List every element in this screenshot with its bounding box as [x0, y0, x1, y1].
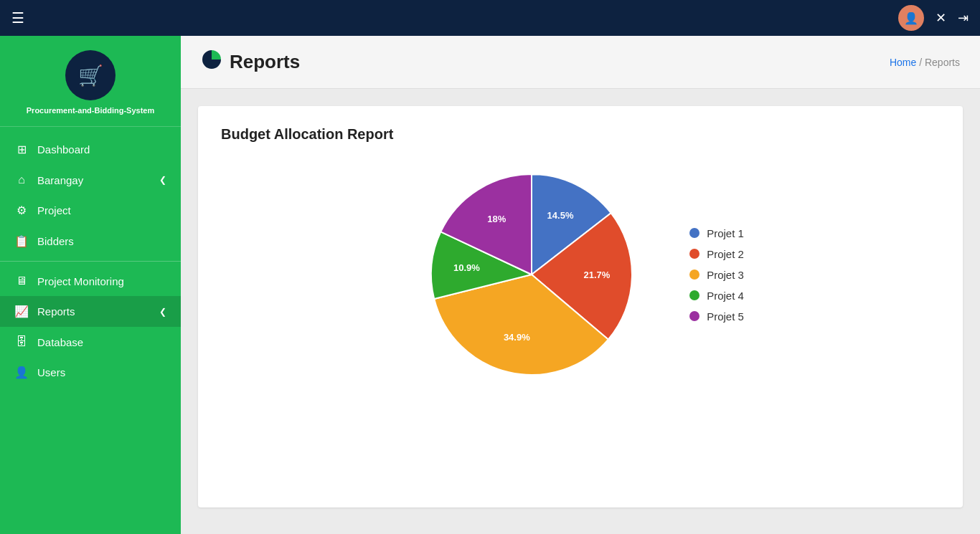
sidebar-item-database[interactable]: 🗄 Database	[0, 327, 181, 357]
top-navbar: ☰ 👤 ✕ ⇥	[0, 0, 980, 36]
legend-color-dot	[689, 228, 699, 238]
sidebar-item-label: Barangay	[37, 174, 83, 186]
logout-icon[interactable]: ⇥	[958, 10, 969, 26]
sidebar-item-label: Project	[37, 204, 71, 216]
sidebar-item-project[interactable]: ⚙ Project	[0, 195, 181, 226]
report-card-title: Budget Allocation Report	[221, 126, 940, 143]
legend-label: Projet 1	[707, 227, 744, 239]
page-header: Reports Home / Reports	[181, 36, 980, 89]
sidebar-item-label: Bidders	[37, 235, 74, 247]
reports-page-icon	[201, 49, 222, 75]
hamburger-icon[interactable]: ☰	[11, 9, 24, 27]
sidebar-item-label: Project Monitoring	[37, 275, 124, 287]
logo-text: Procurement-and-Bidding-System	[27, 106, 154, 115]
chevron-right-icon: ❮	[159, 307, 166, 317]
logo-circle: 🛒	[65, 50, 116, 100]
sidebar-item-label: Reports	[37, 305, 75, 318]
project-icon: ⚙	[14, 204, 29, 217]
breadcrumb-current: Reports	[925, 57, 960, 68]
breadcrumb: Home / Reports	[890, 57, 960, 68]
legend-label: Projet 3	[707, 269, 744, 281]
legend-color-dot	[689, 270, 699, 280]
report-card: Budget Allocation Report 14.5%21.7%34.9%…	[198, 106, 963, 507]
avatar[interactable]: 👤	[898, 5, 924, 31]
sidebar-nav: ⊞ Dashboard ⌂ Barangay ❮ ⚙ Project �	[0, 127, 181, 395]
legend-label: Projet 5	[707, 310, 744, 323]
svg-text:10.9%: 10.9%	[453, 262, 480, 273]
legend-item: Projet 5	[689, 310, 744, 323]
content-area: Reports Home / Reports Budget Allocation…	[181, 36, 980, 534]
main-content: Budget Allocation Report 14.5%21.7%34.9%…	[181, 89, 980, 534]
sidebar-item-label: Dashboard	[37, 143, 90, 156]
legend-color-dot	[689, 249, 699, 259]
database-icon: 🗄	[14, 335, 29, 348]
divider	[0, 261, 181, 262]
svg-text:21.7%: 21.7%	[584, 270, 611, 280]
legend-label: Projet 2	[707, 248, 744, 260]
legend-color-dot	[689, 290, 699, 300]
bidders-icon: 📋	[14, 234, 29, 248]
sidebar-item-users[interactable]: 👤 Users	[0, 357, 181, 388]
sidebar-item-project-monitoring[interactable]: 🖥 Project Monitoring	[0, 266, 181, 296]
sidebar-item-label: Users	[37, 366, 65, 378]
chart-area: 14.5%21.7%34.9%10.9%18% Projet 1Projet 2…	[221, 160, 940, 389]
nav-icons: 👤 ✕ ⇥	[898, 5, 969, 31]
sidebar-item-bidders[interactable]: 📋 Bidders	[0, 226, 181, 257]
avatar-icon: 👤	[904, 11, 918, 25]
legend: Projet 1Projet 2Projet 3Projet 4Projet 5	[689, 227, 744, 323]
main-layout: 🛒 Procurement-and-Bidding-System ⊞ Dashb…	[0, 36, 980, 534]
pie-chart: 14.5%21.7%34.9%10.9%18%	[417, 160, 646, 389]
sidebar-item-dashboard[interactable]: ⊞ Dashboard	[0, 134, 181, 165]
legend-label: Projet 4	[707, 290, 744, 302]
legend-color-dot	[689, 311, 699, 321]
legend-item: Projet 1	[689, 227, 744, 239]
legend-item: Projet 3	[689, 269, 744, 281]
svg-text:18%: 18%	[487, 214, 506, 224]
svg-text:14.5%: 14.5%	[547, 210, 574, 221]
sidebar: 🛒 Procurement-and-Bidding-System ⊞ Dashb…	[0, 36, 181, 534]
legend-item: Projet 2	[689, 248, 744, 260]
settings-icon[interactable]: ✕	[936, 10, 946, 26]
sidebar-item-barangay[interactable]: ⌂ Barangay ❮	[0, 165, 181, 195]
sidebar-logo: 🛒 Procurement-and-Bidding-System	[0, 36, 181, 127]
breadcrumb-separator: /	[919, 57, 922, 68]
legend-item: Projet 4	[689, 290, 744, 302]
users-icon: 👤	[14, 366, 29, 379]
barangay-icon: ⌂	[14, 173, 29, 186]
svg-text:34.9%: 34.9%	[504, 332, 530, 343]
page-title: Reports	[230, 51, 300, 73]
dashboard-icon: ⊞	[14, 143, 29, 156]
page-title-area: Reports	[201, 49, 300, 75]
monitoring-icon: 🖥	[14, 275, 29, 287]
chevron-right-icon: ❮	[159, 175, 166, 185]
sidebar-item-label: Database	[37, 336, 83, 348]
sidebar-item-reports[interactable]: 📈 Reports ❮	[0, 296, 181, 327]
reports-icon: 📈	[14, 305, 29, 318]
breadcrumb-home[interactable]: Home	[890, 57, 916, 68]
